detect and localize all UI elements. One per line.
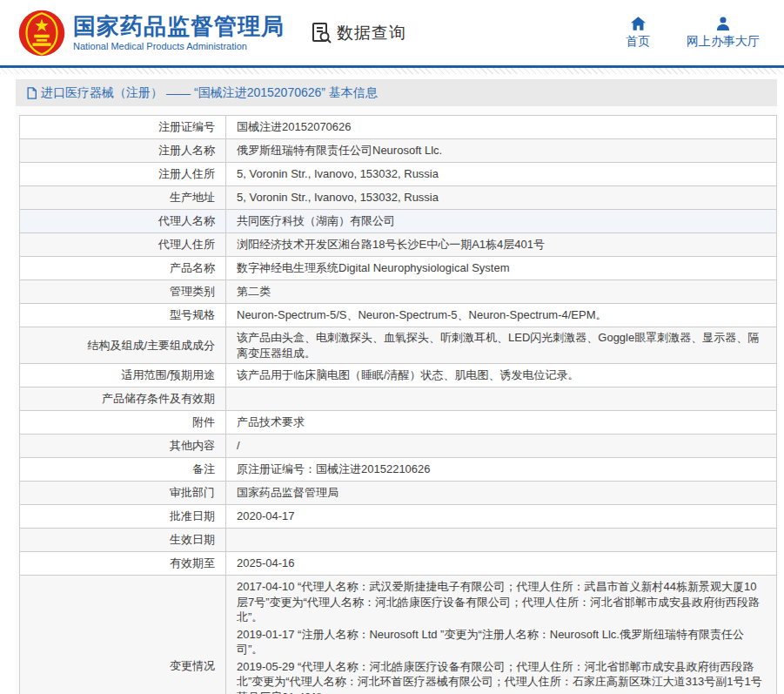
row-approval-department: 审批部门 国家药品监督管理局	[20, 482, 777, 505]
row-label: 注册人名称	[20, 139, 226, 163]
row-product-name: 产品名称 数字神经电生理系统Digital Neurophysiological…	[20, 257, 777, 280]
nav-online-hall-label: 网上办事大厅	[687, 34, 760, 50]
row-label: 产品储存条件及有效期	[20, 387, 226, 411]
nav-online-hall[interactable]: 网上办事大厅	[687, 17, 760, 50]
data-query-label: 数据查询	[337, 22, 406, 44]
row-label: 附件	[20, 411, 226, 435]
row-value: 第二类	[226, 280, 777, 304]
row-label: 其他内容	[20, 435, 226, 458]
row-value: 2025-04-16	[226, 552, 777, 576]
breadcrumb-section-link[interactable]: 进口医疗器械（注册）	[41, 85, 163, 101]
row-agent-address: 代理人住所 浏阳经济技术开发区湘台路18号长沙E中心一期A1栋4层401号	[20, 233, 777, 257]
change-entry: 2017-04-10 “代理人名称：武汉爱斯捷捷电子有限公司；代理人住所：武昌市…	[237, 578, 766, 626]
org-title-block: 国家药品监督管理局 National Medical Products Admi…	[73, 14, 285, 52]
row-model-spec: 型号规格 Neuron-Spectrum-5/S、Neuron-Spectrum…	[20, 304, 777, 327]
row-label: 有效期至	[20, 552, 226, 576]
row-label: 审批部门	[20, 482, 226, 505]
row-registrant-address: 注册人住所 5, Voronin Str., Ivanovo, 153032, …	[20, 163, 777, 186]
row-registrant-name: 注册人名称 俄罗斯纽瑞特有限责任公司Neurosoft Llc.	[20, 139, 777, 163]
nav-home[interactable]: 首页	[626, 17, 650, 50]
nav-home-label: 首页	[626, 34, 650, 50]
org-name-en: National Medical Products Administration	[73, 41, 285, 51]
row-value: 该产品用于临床脑电图（睡眠/清醒）状态、肌电图、诱发电位记录。	[226, 364, 777, 387]
row-value: 俄罗斯纽瑞特有限责任公司Neurosoft Llc.	[226, 139, 777, 163]
row-value: 5, Voronin Str., Ivanovo, 153032, Russia	[226, 186, 777, 210]
row-value: 2020-04-17	[226, 505, 777, 529]
row-label: 代理人住所	[20, 233, 226, 257]
registration-info-table: 注册证编号 国械注进20152070626 注册人名称 俄罗斯纽瑞特有限责任公司…	[19, 115, 777, 694]
row-value: 数字神经电生理系统Digital Neurophysiological Syst…	[226, 257, 777, 280]
content-area: 进口医疗器械（注册） —— “国械注进20152070626” 基本信息 注册证…	[16, 79, 777, 694]
row-value: 国家药品监督管理局	[226, 482, 777, 505]
row-approval-date: 批准日期 2020-04-17	[20, 505, 777, 529]
national-emblem-logo	[17, 9, 66, 57]
row-label: 备注	[20, 458, 226, 482]
row-value: 该产品由头盒、电刺激探头、血氧探头、听刺激耳机、LED闪光刺激器、Goggle眼…	[226, 327, 777, 364]
row-label: 变更情况	[20, 576, 226, 694]
row-label: 型号规格	[20, 304, 226, 327]
row-other-content: 其他内容 /	[20, 435, 777, 458]
document-search-icon	[311, 22, 333, 44]
row-value	[226, 529, 777, 552]
row-management-class: 管理类别 第二类	[20, 280, 777, 304]
info-table-wrap: 注册证编号 国械注进20152070626 注册人名称 俄罗斯纽瑞特有限责任公司…	[16, 106, 777, 694]
row-value: 共同医疗科技（湖南）有限公司	[226, 210, 777, 233]
row-intended-use: 适用范围/预期用途 该产品用于临床脑电图（睡眠/清醒）状态、肌电图、诱发电位记录…	[20, 364, 777, 387]
home-icon	[631, 17, 646, 30]
row-label: 生效日期	[20, 529, 226, 552]
breadcrumb: 进口医疗器械（注册） —— “国械注进20152070626” 基本信息	[26, 85, 378, 101]
row-effective-date: 生效日期	[20, 529, 777, 552]
row-label: 批准日期	[20, 505, 226, 529]
row-agent-name: 代理人名称 共同医疗科技（湖南）有限公司	[20, 210, 777, 233]
row-remarks: 备注 原注册证编号：国械注进20152210626	[20, 458, 777, 482]
row-value: 5, Voronin Str., Ivanovo, 153032, Russia	[226, 163, 777, 186]
row-value: /	[226, 435, 777, 458]
row-label: 注册人住所	[20, 163, 226, 186]
row-value: 2017-04-10 “代理人名称：武汉爱斯捷捷电子有限公司；代理人住所：武昌市…	[226, 576, 777, 694]
row-label: 生产地址	[20, 186, 226, 210]
row-expiry-date: 有效期至 2025-04-16	[20, 552, 777, 576]
row-value	[226, 387, 777, 411]
row-value: 原注册证编号：国械注进20152210626	[226, 458, 777, 482]
user-icon	[716, 17, 730, 30]
row-label: 管理类别	[20, 280, 226, 304]
row-label: 代理人名称	[20, 210, 226, 233]
row-registration-cert-no: 注册证编号 国械注进20152070626	[20, 116, 777, 139]
row-label: 结构及组成/主要组成成分	[20, 327, 226, 364]
row-production-address: 生产地址 5, Voronin Str., Ivanovo, 153032, R…	[20, 186, 777, 210]
row-attachment: 附件 产品技术要求	[20, 411, 777, 435]
row-label: 适用范围/预期用途	[20, 364, 226, 387]
page-icon	[26, 87, 37, 99]
row-label: 产品名称	[20, 257, 226, 280]
breadcrumb-band: 进口医疗器械（注册） —— “国械注进20152070626” 基本信息	[16, 79, 777, 106]
row-label: 注册证编号	[20, 116, 226, 139]
top-nav: 首页 网上办事大厅	[626, 17, 784, 50]
row-value: 产品技术要求	[226, 411, 777, 435]
row-value: 浏阳经济技术开发区湘台路18号长沙E中心一期A1栋4层401号	[226, 233, 777, 257]
row-change-history: 变更情况 2017-04-10 “代理人名称：武汉爱斯捷捷电子有限公司；代理人住…	[20, 576, 777, 694]
top-bar: 国家药品监督管理局 National Medical Products Admi…	[0, 0, 784, 65]
change-entry: 2019-05-29 “代理人名称：河北皓康医疗设备有限公司；代理人住所：河北省…	[237, 658, 766, 694]
change-entry: 2019-01-17 “注册人名称：Neurosoft Ltd ”变更为“注册人…	[237, 626, 766, 658]
breadcrumb-separator: ——	[166, 86, 191, 100]
row-structure-composition: 结构及组成/主要组成成分 该产品由头盒、电刺激探头、血氧探头、听刺激耳机、LED…	[20, 327, 777, 364]
row-value: 国械注进20152070626	[226, 116, 777, 139]
row-storage-validity: 产品储存条件及有效期	[20, 387, 777, 411]
row-value: Neuron-Spectrum-5/S、Neuron-Spectrum-5、Ne…	[226, 304, 777, 327]
header-hatch-strip	[0, 68, 784, 74]
breadcrumb-current: “国械注进20152070626” 基本信息	[194, 85, 378, 101]
data-query-module[interactable]: 数据查询	[311, 22, 406, 44]
org-name: 国家药品监督管理局	[73, 14, 285, 39]
